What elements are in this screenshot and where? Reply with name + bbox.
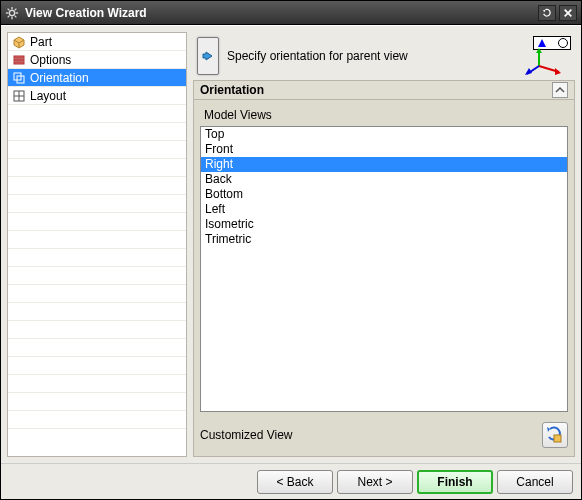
customized-view-row: Customized View	[200, 420, 568, 450]
model-views-listbox[interactable]: Top Front Right Back Bottom Left Isometr…	[200, 126, 568, 412]
orientation-icon	[12, 71, 26, 85]
sidebar-item-label: Layout	[30, 89, 66, 103]
svg-line-6	[15, 15, 17, 17]
orientation-triad	[525, 36, 571, 76]
list-item[interactable]: Top	[201, 127, 567, 142]
triad-axes-icon	[525, 48, 565, 76]
svg-line-7	[8, 15, 10, 17]
orientation-section-body: Model Views Top Front Right Back Bottom …	[193, 100, 575, 457]
options-icon	[12, 53, 26, 67]
svg-rect-22	[554, 435, 561, 442]
sidebar-item-layout[interactable]: Layout	[8, 87, 186, 105]
cancel-button[interactable]: Cancel	[497, 470, 573, 494]
sidebar-item-orientation[interactable]: Orientation	[8, 69, 186, 87]
svg-rect-12	[14, 59, 24, 61]
undo-button[interactable]	[538, 5, 556, 21]
list-item[interactable]: Bottom	[201, 187, 567, 202]
wizard-steps-sidebar: Part Options Orientation Layout	[7, 32, 187, 457]
dialog-footer: < Back Next > Finish Cancel	[1, 463, 581, 499]
sidebar-item-label: Options	[30, 53, 71, 67]
list-item[interactable]: Right	[201, 157, 567, 172]
part-icon	[12, 35, 26, 49]
dialog-title: View Creation Wizard	[25, 6, 535, 20]
svg-point-0	[9, 10, 14, 15]
list-item[interactable]: Left	[201, 202, 567, 217]
customized-view-button[interactable]	[542, 422, 568, 448]
main-panel: Specify orientation for parent view Orie…	[193, 32, 575, 457]
list-item[interactable]: Isometric	[201, 217, 567, 232]
sidebar-item-label: Part	[30, 35, 52, 49]
customized-view-label: Customized View	[200, 428, 542, 442]
instruction-text: Specify orientation for parent view	[227, 49, 525, 63]
model-views-label: Model Views	[200, 106, 568, 126]
svg-rect-11	[14, 56, 24, 58]
titlebar: View Creation Wizard	[1, 1, 581, 25]
instruction-row: Specify orientation for parent view	[193, 32, 575, 80]
layout-icon	[12, 89, 26, 103]
gear-icon	[5, 6, 19, 20]
list-item[interactable]: Front	[201, 142, 567, 157]
section-title: Orientation	[200, 83, 264, 97]
view-creation-wizard-dialog: View Creation Wizard Part Options	[0, 0, 582, 500]
svg-rect-13	[14, 62, 24, 64]
svg-line-8	[15, 8, 17, 10]
close-button[interactable]	[559, 5, 577, 21]
back-button[interactable]: < Back	[257, 470, 333, 494]
list-item[interactable]: Trimetric	[201, 232, 567, 247]
next-button[interactable]: Next >	[337, 470, 413, 494]
triad-up-arrow-icon	[538, 39, 546, 47]
list-item[interactable]: Back	[201, 172, 567, 187]
sidebar-item-options[interactable]: Options	[8, 51, 186, 69]
sidebar-item-part[interactable]: Part	[8, 33, 186, 51]
orientation-section-header: Orientation	[193, 80, 575, 100]
finish-button[interactable]: Finish	[417, 470, 493, 494]
dialog-body: Part Options Orientation Layout	[1, 25, 581, 463]
triad-circle-icon	[558, 38, 568, 48]
orientation-arrow-button[interactable]	[197, 37, 219, 75]
svg-line-5	[8, 8, 10, 10]
collapse-button[interactable]	[552, 82, 568, 98]
sidebar-item-label: Orientation	[30, 71, 89, 85]
